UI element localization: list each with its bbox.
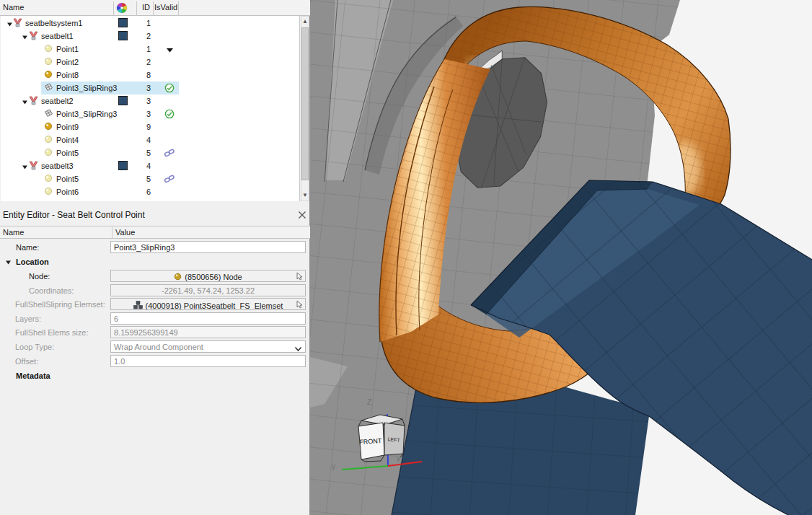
tree-item-id: 3	[135, 110, 151, 118]
axis-y-label: y	[332, 462, 335, 470]
editor-col-name: Name	[3, 228, 24, 237]
tree-item-label[interactable]: Point6	[56, 188, 79, 196]
tree-item-id: 2	[135, 58, 151, 66]
application-window: Name ID IsValid seatbeltsystem11seatbelt…	[0, 0, 812, 515]
name-input[interactable]: Point3_SlipRing3	[110, 241, 306, 253]
point-pale-icon	[44, 135, 53, 145]
field-label: Layers:	[15, 314, 41, 323]
field-label: Node:	[29, 272, 50, 281]
valid-check-icon	[161, 83, 178, 94]
3d-viewport[interactable]: Z x y FRONT LEFT	[310, 0, 812, 515]
pointer-select-icon[interactable]	[296, 272, 303, 282]
tree-item-label[interactable]: Point3_SlipRing3	[56, 84, 117, 92]
chevron-down-icon[interactable]	[294, 345, 302, 353]
column-id-label: ID	[137, 3, 150, 12]
tree-row-seatbelt3[interactable]: seatbelt34	[1, 159, 300, 172]
scroll-up-icon[interactable]: ▲	[301, 17, 309, 27]
slipring-icon	[44, 83, 53, 93]
tree-item-id: 3	[135, 84, 151, 92]
field-label: Name:	[16, 243, 39, 252]
point-pale-icon	[44, 174, 53, 184]
tree-item-label[interactable]: Point3_SlipRing3	[56, 110, 117, 118]
tree-item-id: 4	[135, 162, 151, 170]
tree-row-seatbelt2[interactable]: seatbelt23	[1, 94, 300, 107]
tree-row-point5[interactable]: Point55	[1, 172, 300, 185]
color-swatch[interactable]	[118, 18, 128, 29]
dropdown-arrow-icon[interactable]	[161, 46, 178, 55]
tree-item-id: 6	[135, 188, 151, 196]
tree-item-label[interactable]: seatbelt3	[41, 162, 74, 170]
section-collapse-icon[interactable]	[5, 258, 12, 267]
tree-row-point1[interactable]: Point11	[1, 43, 300, 56]
tree-item-label[interactable]: seatbeltsystem1	[25, 19, 82, 27]
point-gold-icon	[44, 122, 53, 132]
field-label: FullShellSlipring Elemset:	[15, 300, 105, 309]
scroll-down-icon[interactable]: ▼	[301, 190, 309, 201]
node-picker[interactable]: (8500656) Node	[110, 270, 306, 282]
loop-type-select[interactable]: Wrap Around Component	[110, 340, 306, 353]
point-pale-icon	[44, 57, 53, 67]
tree-item-label[interactable]: Point4	[56, 136, 79, 144]
tree-scrollbar[interactable]: ▲ ▼	[301, 16, 309, 201]
tree-row-point2[interactable]: Point22	[1, 56, 300, 69]
axis-x-label: x	[397, 455, 400, 463]
field-label: Coordinates:	[29, 286, 74, 295]
pointer-select-icon[interactable]	[296, 300, 303, 310]
tree-row-point8[interactable]: Point88	[1, 69, 300, 82]
seatbelt-icon	[29, 161, 38, 172]
tree-item-id: 8	[135, 71, 151, 79]
axis-z-label: Z	[367, 398, 371, 406]
entity-tree: seatbeltsystem11seatbelt12Point11Point22…	[1, 16, 300, 201]
tree-row-point9[interactable]: Point99	[1, 120, 300, 133]
section-label-metadata[interactable]: Metadata	[16, 371, 50, 380]
tree-row-point3_slipring3[interactable]: Point3_SlipRing33	[1, 82, 300, 94]
tree-item-label[interactable]: seatbelt2	[41, 97, 74, 105]
tree-item-label[interactable]: Point2	[56, 58, 79, 66]
link-icon	[161, 174, 178, 185]
elemset-cubes-icon	[133, 302, 143, 310]
tree-row-point6[interactable]: Point66	[1, 185, 300, 198]
tree-row-seatbelt1[interactable]: seatbelt12	[1, 30, 300, 43]
color-wheel-icon	[116, 2, 128, 15]
value-input[interactable]: 1.0	[110, 355, 306, 367]
tree-row-point5[interactable]: Point55	[1, 146, 300, 159]
seatbelt-icon	[29, 96, 38, 107]
point-pale-icon	[44, 187, 53, 197]
tree-row-point4[interactable]: Point44	[1, 133, 300, 146]
expander-icon[interactable]	[22, 163, 28, 172]
tree-row-seatbeltsystem1[interactable]: seatbeltsystem11	[1, 17, 300, 30]
tree-item-label[interactable]: Point8	[56, 71, 79, 79]
tree-item-id: 5	[135, 175, 151, 183]
left-panel: Name ID IsValid seatbeltsystem11seatbelt…	[0, 0, 310, 515]
seatbelt-icon	[29, 31, 38, 42]
field-label: Offset:	[15, 357, 38, 366]
section-label-location[interactable]: Location	[16, 258, 49, 266]
scrollbar-thumb[interactable]	[301, 27, 309, 180]
editor-col-value: Value	[115, 228, 135, 237]
tree-item-id: 1	[135, 19, 151, 27]
elemset-picker[interactable]: (4000918) Point3Seatbelt_FS_Elemset	[110, 298, 306, 310]
tree-item-label[interactable]: Point1	[56, 45, 79, 53]
field-label: Loop Type:	[15, 343, 54, 351]
tree-item-label[interactable]: seatbelt1	[41, 32, 74, 40]
coordinates-field: -2261.49, 574.24, 1253.22	[110, 284, 306, 296]
point-pale-icon	[44, 148, 53, 158]
tree-item-id: 4	[135, 136, 151, 144]
color-swatch[interactable]	[118, 31, 128, 42]
tree-item-label[interactable]: Point9	[56, 123, 79, 131]
editor-column-header: Name Value	[0, 226, 310, 239]
close-icon[interactable]	[298, 211, 308, 221]
tree-item-label[interactable]: Point5	[56, 149, 79, 157]
node-sphere-icon	[174, 273, 182, 282]
expander-icon[interactable]	[22, 33, 28, 42]
point-pale-icon	[44, 44, 53, 54]
tree-item-label[interactable]: Point5	[56, 175, 79, 183]
column-name-label: Name	[3, 3, 24, 12]
expander-icon[interactable]	[22, 98, 28, 107]
expander-icon[interactable]	[6, 20, 13, 29]
field-label: FullShell Elems size:	[15, 328, 88, 337]
color-swatch[interactable]	[118, 161, 128, 172]
color-swatch[interactable]	[118, 96, 128, 107]
value-input[interactable]: 6	[110, 312, 306, 325]
tree-row-point3_slipring3[interactable]: Point3_SlipRing33	[1, 107, 300, 120]
